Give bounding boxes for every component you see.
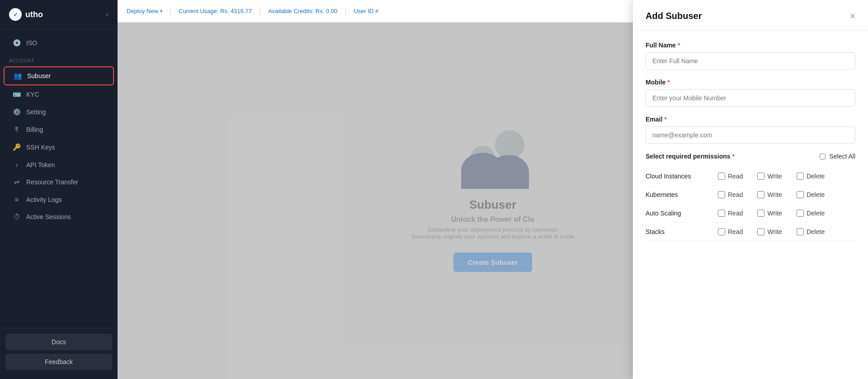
logo-text: utho <box>25 10 43 19</box>
email-required: * <box>664 116 666 123</box>
perm-row-auto-scaling: Auto ScalingReadWriteDelete <box>646 204 855 223</box>
email-input[interactable] <box>646 126 855 144</box>
perm-row-kubernetes: KubernetesReadWriteDelete <box>646 186 855 204</box>
feedback-button[interactable]: Feedback <box>5 354 112 370</box>
sidebar-item-ssh-keys[interactable]: 🔑 SSH Keys <box>4 139 114 156</box>
perm-name-3: Stacks <box>646 228 718 235</box>
ssh-keys-icon: 🔑 <box>13 143 21 151</box>
sidebar-item-resource-transfer[interactable]: ⇌ Resource Transfer <box>4 173 114 191</box>
select-all-checkbox[interactable] <box>820 154 826 159</box>
perm-check-kubernetes-write[interactable]: Write <box>757 191 782 198</box>
perm-name-2: Auto Scaling <box>646 210 718 217</box>
permissions-header: Select required permissions * Select All <box>646 153 855 160</box>
sidebar-item-billing[interactable]: ₹ Billing <box>4 121 114 138</box>
perm-check-cloud-instances-read[interactable]: Read <box>718 173 743 180</box>
sidebar-item-setting-label: Setting <box>26 108 46 116</box>
perm-check-cloud-instances-write[interactable]: Write <box>757 173 782 180</box>
sidebar-item-active-sessions-label: Active Sessions <box>26 213 71 220</box>
sidebar-item-resource-transfer-label: Resource Transfer <box>26 178 78 186</box>
mobile-input[interactable] <box>646 89 855 107</box>
setting-icon: ⚙️ <box>13 108 21 116</box>
panel-header: Add Subuser × <box>633 0 868 31</box>
kyc-icon: 🪪 <box>13 90 21 98</box>
sidebar-item-subuser[interactable]: 👥 Subuser <box>4 66 114 85</box>
perm-check-cloud-instances-delete[interactable]: Delete <box>797 173 825 180</box>
sidebar-item-iso[interactable]: 💿 ISO <box>4 34 114 51</box>
sidebar-bottom: Docs Feedback <box>0 328 118 379</box>
chevron-down-icon: ▾ <box>160 9 162 14</box>
sidebar-nav: 💿 ISO ACCOUNT 👥 Subuser 🪪 KYC ⚙️ Setting… <box>0 29 118 328</box>
current-usage: Current Usage: Rs. 4316.77 <box>179 8 252 14</box>
sidebar-item-api-token-label: API Token <box>26 161 55 168</box>
sidebar-item-activity-logs[interactable]: ≡ Activity Logs <box>4 191 114 208</box>
perm-check-auto-scaling-write[interactable]: Write <box>757 210 782 217</box>
perm-name-0: Cloud Instances <box>646 173 718 180</box>
api-token-icon: › <box>13 161 21 168</box>
add-subuser-panel: Add Subuser × Full Name * Mobile * Email… <box>633 0 868 379</box>
sidebar-item-active-sessions[interactable]: ⏱ Active Sessions <box>4 208 114 225</box>
full-name-required: * <box>678 42 680 49</box>
email-label: Email * <box>646 116 855 123</box>
full-name-group: Full Name * <box>646 42 855 70</box>
sidebar-item-iso-label: ISO <box>26 39 37 47</box>
logo-icon: ✓ <box>9 8 22 21</box>
sidebar: ✓ utho ‹ 💿 ISO ACCOUNT 👥 Subuser 🪪 KYC ⚙… <box>0 0 118 379</box>
available-credits: Available Credits: Rs. 0.00 <box>268 8 337 14</box>
sidebar-item-api-token[interactable]: › API Token <box>4 156 114 173</box>
sidebar-collapse-button[interactable]: ‹ <box>106 10 108 19</box>
mobile-required: * <box>667 79 670 86</box>
panel-close-button[interactable]: × <box>849 11 855 21</box>
perm-check-stacks-write[interactable]: Write <box>757 228 782 235</box>
panel-title: Add Subuser <box>646 11 702 21</box>
user-id: User ID # <box>354 8 378 14</box>
sidebar-item-kyc-label: KYC <box>26 91 39 98</box>
deploy-new-button[interactable]: Deploy New ▾ <box>127 8 162 14</box>
perm-row-stacks: StacksReadWriteDelete <box>646 223 855 241</box>
sidebar-item-ssh-keys-label: SSH Keys <box>26 144 55 151</box>
panel-body: Full Name * Mobile * Email * Select requ… <box>633 31 868 379</box>
activity-logs-icon: ≡ <box>13 196 21 203</box>
perm-check-stacks-delete[interactable]: Delete <box>797 228 825 235</box>
perm-check-auto-scaling-delete[interactable]: Delete <box>797 210 825 217</box>
sidebar-section-account: ACCOUNT <box>0 52 118 66</box>
permissions-required: * <box>732 153 734 160</box>
sidebar-item-subuser-label: Subuser <box>27 72 51 80</box>
email-group: Email * <box>646 116 855 144</box>
sidebar-item-kyc[interactable]: 🪪 KYC <box>4 86 114 103</box>
iso-icon: 💿 <box>13 39 21 47</box>
active-sessions-icon: ⏱ <box>13 213 21 220</box>
perm-check-kubernetes-read[interactable]: Read <box>718 191 743 198</box>
select-all-group: Select All <box>820 153 855 160</box>
sidebar-item-activity-logs-label: Activity Logs <box>26 196 62 203</box>
sidebar-item-billing-label: Billing <box>26 126 43 133</box>
permissions-label: Select required permissions * <box>646 153 735 160</box>
subuser-icon: 👥 <box>14 72 22 80</box>
perm-row-cloud-instances: Cloud InstancesReadWriteDelete <box>646 167 855 186</box>
full-name-input[interactable] <box>646 52 855 70</box>
permissions-list: Cloud InstancesReadWriteDeleteKubernetes… <box>646 167 855 241</box>
sidebar-item-setting[interactable]: ⚙️ Setting <box>4 103 114 121</box>
full-name-label: Full Name * <box>646 42 855 49</box>
perm-check-auto-scaling-read[interactable]: Read <box>718 210 743 217</box>
perm-check-kubernetes-delete[interactable]: Delete <box>797 191 825 198</box>
mobile-label: Mobile * <box>646 79 855 86</box>
mobile-group: Mobile * <box>646 79 855 107</box>
resource-transfer-icon: ⇌ <box>13 178 21 186</box>
docs-button[interactable]: Docs <box>5 334 112 350</box>
billing-icon: ₹ <box>13 126 21 134</box>
sidebar-logo: ✓ utho ‹ <box>0 0 118 29</box>
perm-check-stacks-read[interactable]: Read <box>718 228 743 235</box>
perm-name-1: Kubernetes <box>646 191 718 198</box>
select-all-label: Select All <box>829 153 855 160</box>
